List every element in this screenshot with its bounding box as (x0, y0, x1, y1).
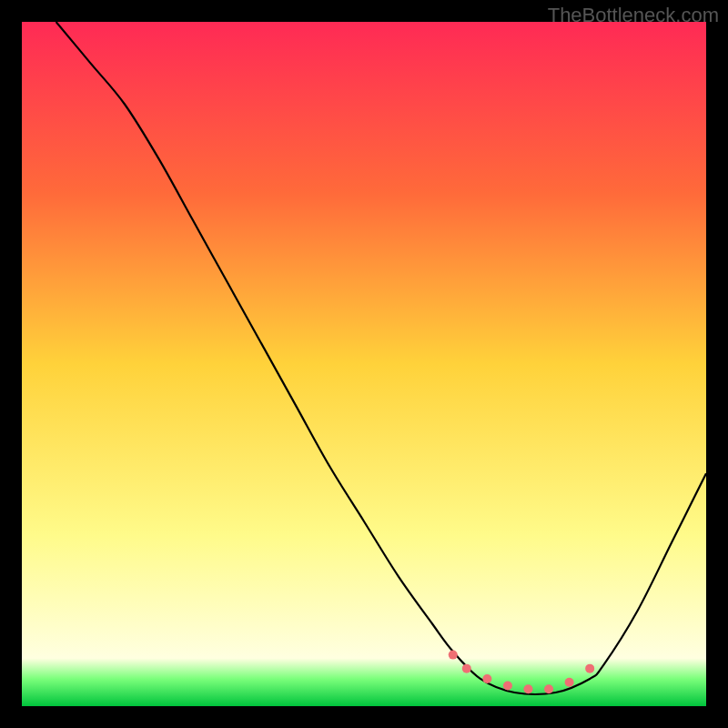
optimal-range-point (544, 684, 553, 693)
optimal-range-point (482, 674, 491, 683)
watermark-text: TheBottleneck.com (548, 4, 719, 27)
optimal-range-point (565, 678, 574, 687)
optimal-range-point (585, 664, 594, 673)
optimal-range-point (462, 664, 471, 673)
optimal-range-point (503, 681, 512, 690)
chart-svg (22, 22, 706, 706)
chart-plot-area (22, 22, 706, 706)
optimal-range-point (523, 684, 532, 693)
chart-background (22, 22, 706, 706)
optimal-range-point (449, 651, 458, 660)
